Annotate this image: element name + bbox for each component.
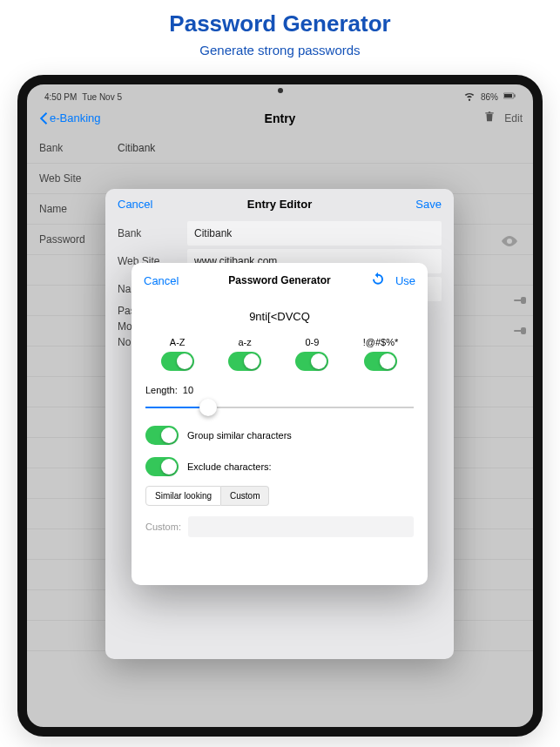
cancel-button[interactable]: Cancel [118,198,152,211]
nav-bar: e-Banking Entry Edit [27,105,533,131]
camera-dot [278,88,283,93]
custom-label: Custom: [145,522,181,532]
eye-icon[interactable] [502,234,517,250]
opt-lower-label: a-z [238,337,251,347]
generated-password: 9nti[<DVCQ [132,298,428,337]
exclude-segmented: Similar looking Custom [145,486,414,506]
use-button[interactable]: Use [395,274,415,287]
toggle-uppercase[interactable] [161,352,194,371]
length-slider[interactable] [145,399,414,416]
bank-input[interactable] [187,221,442,246]
modal-title: Entry Editor [247,198,312,211]
key-icon[interactable] [514,330,523,332]
toggle-digits[interactable] [295,352,328,371]
segment-custom[interactable]: Custom [221,486,269,506]
length-value: 10 [183,385,193,395]
toggle-lowercase[interactable] [228,352,261,371]
opt-digits-label: 0-9 [305,337,319,347]
status-date: Tue Nov 5 [82,92,122,102]
entry-row: Bank Citibank [27,133,533,164]
toggle-group-similar[interactable] [145,426,179,445]
promo-title: Password Generator [0,10,560,37]
length-label: Length: [145,385,178,395]
key-icon[interactable] [514,299,523,301]
toggle-symbols[interactable] [364,352,397,371]
field-value: Citibank [118,142,521,154]
exclude-label: Exclude characters: [187,461,272,472]
field-label: Bank [39,142,118,154]
field-label: Web Site [39,172,118,185]
back-button[interactable]: e-Banking [37,111,101,124]
status-time: 4:50 PM [44,92,77,102]
trash-icon[interactable] [483,111,496,125]
refresh-icon[interactable] [371,272,385,289]
svg-rect-1 [504,94,512,98]
password-generator-modal: Cancel Password Generator Use 9nti[<DVCQ… [132,263,428,585]
modal-title: Password Generator [228,274,330,286]
svg-rect-2 [515,95,516,98]
edit-button[interactable]: Edit [504,112,523,124]
promo-subtitle: Generate strong passwords [0,43,560,57]
device-frame: 4:50 PM Tue Nov 5 86% e-Banking Entry Ed… [17,75,543,737]
opt-symbols-label: !@#$%* [363,337,399,347]
cancel-button[interactable]: Cancel [144,274,179,287]
wifi-icon [463,90,476,104]
toggle-exclude[interactable] [145,457,179,476]
save-button[interactable]: Save [415,198,442,211]
battery-icon [503,90,516,104]
opt-upper-label: A-Z [170,337,186,347]
page-title: Entry [265,111,296,125]
back-label: e-Banking [50,111,101,124]
group-similar-label: Group similar characters [187,430,292,441]
custom-exclude-input[interactable] [188,516,414,537]
field-label: Bank [118,227,187,239]
segment-similar[interactable]: Similar looking [145,486,221,506]
status-battery: 86% [481,92,498,102]
